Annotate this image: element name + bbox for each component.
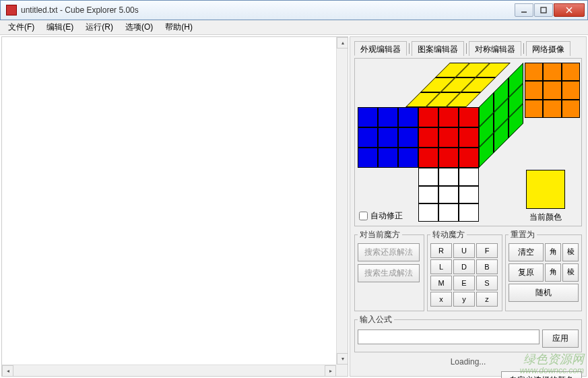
move-r-button[interactable]: R	[430, 243, 452, 258]
horizontal-scrollbar[interactable]: ◂ ▸	[2, 365, 336, 376]
scroll-right-icon[interactable]: ▸	[325, 365, 336, 377]
move-b-button[interactable]: B	[476, 259, 498, 274]
loading-label: Loading...	[354, 355, 582, 369]
apply-button[interactable]: 应用	[542, 329, 579, 348]
scroll-corner	[336, 365, 348, 376]
menu-help[interactable]: 帮助(H)	[160, 20, 198, 35]
reset-random-button[interactable]: 随机	[509, 284, 579, 302]
group-formula: 输入公式 应用	[354, 314, 582, 352]
move-u-button[interactable]: U	[453, 243, 475, 258]
titlebar: untitled.txt - Cube Explorer 5.00s	[0, 0, 588, 20]
tab-symmetry[interactable]: 对称编辑器	[469, 41, 521, 56]
move-e-button[interactable]: E	[453, 276, 475, 290]
app-icon	[6, 5, 17, 15]
search-restore-button[interactable]: 搜索还原解法	[358, 243, 420, 261]
auto-fix-checkbox[interactable]: 自动修正	[359, 210, 403, 222]
tab-separator	[466, 43, 467, 54]
window-controls	[515, 3, 585, 17]
search-generate-button[interactable]: 搜索生成解法	[358, 264, 420, 282]
move-z-button[interactable]: z	[476, 292, 498, 307]
menubar: 文件(F) 编辑(E) 运行(R) 选项(O) 帮助(H)	[0, 20, 588, 35]
main-area: ▴ ▾ ◂ ▸ 外观编辑器 图案编辑器 对称编辑器 网络摄像	[0, 35, 588, 378]
reset-corner2-button[interactable]: 角	[545, 263, 561, 282]
custom-color-button[interactable]: 自定义选择的颜色	[501, 371, 582, 378]
right-panel: 外观编辑器 图案编辑器 对称编辑器 网络摄像	[350, 36, 587, 377]
reset-restore-button[interactable]: 复原	[509, 263, 544, 282]
reset-edge2-button[interactable]: 棱	[562, 263, 579, 282]
scroll-down-icon[interactable]: ▾	[337, 353, 348, 365]
group-current-legend: 对当前魔方	[358, 229, 402, 241]
group-reset-legend: 重置为	[509, 229, 537, 241]
minimize-button[interactable]	[515, 3, 533, 17]
group-move-legend: 转动魔方	[430, 229, 467, 241]
cube-editor: 自动修正 当前颜色	[354, 58, 582, 226]
move-y-button[interactable]: y	[453, 292, 475, 307]
group-reset: 重置为 清空 角 棱 复原 角 棱 随机	[505, 229, 582, 311]
move-m-button[interactable]: M	[430, 276, 452, 290]
tab-webcam[interactable]: 网络摄像	[526, 41, 570, 56]
current-color-swatch[interactable]	[526, 170, 565, 209]
controls-row: 对当前魔方 搜索还原解法 搜索生成解法 转动魔方 R U F L D B M E…	[354, 229, 582, 311]
group-formula-legend: 输入公式	[358, 314, 394, 325]
tab-appearance[interactable]: 外观编辑器	[354, 41, 407, 56]
tab-separator	[523, 43, 524, 54]
menu-options[interactable]: 选项(O)	[120, 20, 158, 35]
close-button[interactable]	[554, 3, 585, 17]
move-l-button[interactable]: L	[430, 259, 452, 274]
scroll-left-icon[interactable]: ◂	[2, 365, 13, 377]
current-color-label: 当前颜色	[526, 212, 565, 223]
move-grid: R U F L D B M E S x y z	[430, 243, 499, 307]
editor-tabs: 外观编辑器 图案编辑器 对称编辑器 网络摄像	[354, 41, 582, 56]
auto-fix-label: 自动修正	[370, 210, 403, 222]
tab-pattern[interactable]: 图案编辑器	[412, 41, 464, 56]
move-f-button[interactable]: F	[476, 243, 498, 258]
text-editor[interactable]: ▴ ▾ ◂ ▸	[1, 36, 348, 377]
group-current-cube: 对当前魔方 搜索还原解法 搜索生成解法	[354, 229, 424, 311]
menu-file[interactable]: 文件(F)	[3, 20, 40, 35]
reset-edge1-button[interactable]: 棱	[562, 243, 579, 261]
scroll-up-icon[interactable]: ▴	[337, 37, 348, 49]
menu-run[interactable]: 运行(R)	[80, 20, 119, 35]
menu-edit[interactable]: 编辑(E)	[41, 20, 79, 35]
formula-input[interactable]	[358, 329, 540, 344]
tab-separator	[409, 43, 410, 54]
move-s-button[interactable]: S	[476, 276, 498, 290]
svg-rect-1	[541, 7, 546, 13]
auto-fix-input[interactable]	[359, 212, 368, 220]
reset-corner1-button[interactable]: 角	[545, 243, 561, 261]
move-d-button[interactable]: D	[453, 259, 475, 274]
group-move: 转动魔方 R U F L D B M E S x y z	[427, 229, 502, 311]
vertical-scrollbar[interactable]: ▴ ▾	[336, 37, 348, 365]
reset-clear-button[interactable]: 清空	[509, 243, 544, 261]
maximize-button[interactable]	[534, 3, 553, 17]
move-x-button[interactable]: x	[430, 292, 452, 307]
current-color: 当前颜色	[526, 170, 565, 223]
window-title: untitled.txt - Cube Explorer 5.00s	[21, 5, 515, 15]
